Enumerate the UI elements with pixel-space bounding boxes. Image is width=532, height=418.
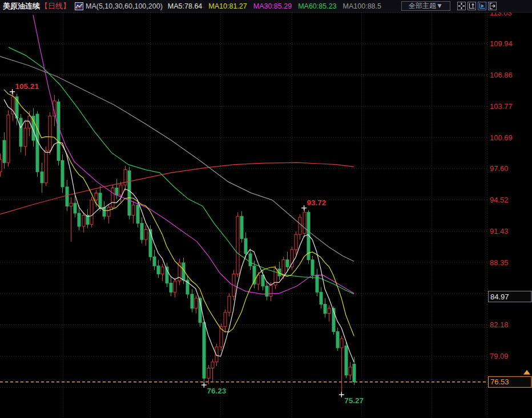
ma-legend-item: MA5:78.64: [168, 2, 202, 10]
candle-body: [78, 213, 80, 226]
ma10-line: [4, 90, 354, 336]
theme-dropdown-button[interactable]: 全部主题▼: [401, 1, 450, 11]
ma30-line: [33, 15, 354, 294]
candle-body: [320, 292, 323, 304]
candle-body: [353, 364, 356, 382]
axis-play-icon[interactable]: [478, 2, 486, 10]
candle-body: [95, 193, 98, 200]
top-toolbar: 美原油连续 【日线】 MA(5,10,30,60,100,200) MA5:78…: [0, 0, 532, 13]
candle-body: [74, 203, 76, 213]
ma-legend-item: MA60:85.23: [298, 2, 336, 10]
candle-body: [265, 286, 268, 297]
candlestick-chart[interactable]: 105.2193.7276.2375.27113.03109.94106.861…: [0, 0, 532, 418]
extreme-price-label: 93.72: [307, 198, 327, 207]
candle-body: [119, 185, 122, 195]
candle-body: [111, 188, 114, 208]
candle-body: [140, 224, 143, 240]
axis-tick-label: 82.18: [490, 320, 509, 329]
candle-body: [24, 128, 27, 147]
extreme-price-label: 76.23: [207, 387, 226, 395]
candle-body: [166, 267, 168, 283]
extreme-price-label: 75.27: [344, 396, 364, 405]
candle-body: [299, 217, 301, 234]
candle-body: [132, 205, 135, 216]
axis-tick-label: 97.60: [490, 164, 509, 173]
candle-body: [207, 368, 210, 379]
ma-lines: [0, 15, 354, 362]
candle-body: [90, 200, 93, 225]
candle-body: [3, 140, 6, 163]
candle-body: [349, 367, 352, 375]
pan-right-icon[interactable]: [488, 2, 497, 10]
candle-body: [269, 285, 272, 297]
candle-body: [61, 161, 64, 187]
close-price-value: 84.97: [490, 293, 509, 301]
ma60-line: [9, 47, 354, 294]
candle-body: [328, 309, 331, 314]
chart-type-icon: [75, 2, 83, 10]
symbol-title: 美原油连续: [3, 1, 40, 11]
toolbar-right-group: 全部主题▼: [401, 1, 497, 11]
candle-body: [41, 172, 43, 183]
candle-body: [161, 267, 164, 274]
candle-body: [107, 207, 110, 216]
grid: [0, 13, 489, 418]
candle-body: [228, 296, 231, 312]
candle-body: [240, 216, 243, 238]
axis-tick-label: 94.52: [490, 196, 509, 204]
candle-body: [66, 187, 68, 206]
scroll-to-latest-icon[interactable]: [523, 370, 530, 375]
candle-body: [295, 234, 297, 250]
candle-body: [103, 207, 106, 216]
candle-body: [345, 346, 348, 375]
candle-body: [215, 347, 218, 362]
candle-body: [70, 203, 72, 206]
axis-tick-label: 79.09: [490, 352, 509, 360]
indicator-label: MA(5,10,30,60,100,200): [86, 2, 163, 10]
candle-body: [49, 116, 51, 151]
axis-tick-label: 88.35: [490, 258, 509, 267]
candle-body: [340, 339, 343, 348]
candle-body: [303, 212, 306, 233]
candle-body: [249, 254, 252, 266]
ma-legend: MA5:78.64MA10:81.27MA30:85.29MA60:85.23M…: [168, 2, 388, 10]
candle-body: [45, 151, 47, 183]
candle-body: [7, 115, 10, 163]
candle-body: [291, 250, 293, 267]
candle-body: [174, 281, 176, 293]
candle-body: [0, 160, 2, 172]
candle-body: [99, 193, 102, 207]
candle-body: [211, 362, 214, 368]
candle-body: [286, 260, 289, 267]
candle-body: [191, 294, 194, 309]
axis-tick-label: 91.43: [490, 227, 509, 236]
candle-body: [19, 118, 22, 147]
candle-body: [224, 313, 227, 327]
axis-tick-label: 103.77: [490, 102, 513, 111]
chart-window: 105.2193.7276.2375.27113.03109.94106.861…: [0, 0, 532, 418]
candle-body: [11, 97, 14, 114]
candle-body: [170, 283, 172, 292]
candle-body: [82, 216, 85, 227]
candle-body: [203, 323, 205, 379]
candle-body: [157, 266, 160, 274]
candle-body: [153, 257, 156, 266]
axis-tick-label: 106.86: [490, 71, 513, 79]
candle-body: [57, 102, 60, 161]
ma-legend-item: MA10:81.27: [208, 2, 247, 10]
candle-body: [195, 298, 198, 309]
candle-body: [336, 332, 339, 348]
candle-body: [128, 171, 131, 215]
candle-body: [115, 188, 118, 195]
ma-legend-item: MA100:88.5: [343, 2, 381, 10]
extreme-price-label: 105.21: [15, 82, 39, 91]
ma200-line: [0, 163, 354, 214]
axis-scale-icon[interactable]: [467, 2, 476, 10]
period-label: 【日线】: [41, 1, 70, 11]
crosshair-tool-icon[interactable]: [457, 2, 466, 10]
candle-body: [311, 260, 314, 275]
candle-body: [136, 205, 139, 224]
candle-body: [236, 216, 239, 274]
candle-body: [324, 305, 327, 314]
axis-tick-label: 109.94: [490, 39, 513, 48]
